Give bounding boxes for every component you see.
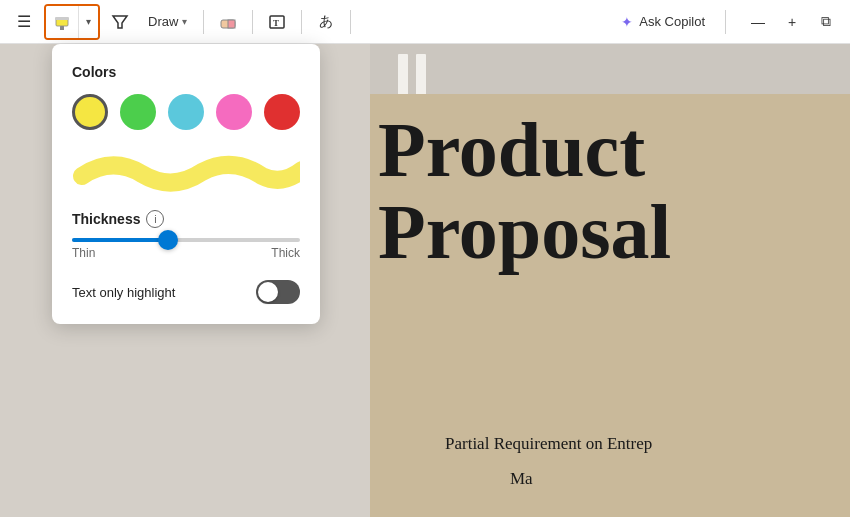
highlighter-dropdown-button[interactable]: ▾ bbox=[78, 6, 98, 38]
colors-row bbox=[72, 94, 300, 130]
slider-track bbox=[72, 238, 300, 242]
toolbar: ☰ ▾ Draw ▾ bbox=[0, 0, 850, 44]
translate-icon: あ bbox=[319, 13, 333, 31]
color-cyan-button[interactable] bbox=[168, 94, 204, 130]
restore-button[interactable]: ⧉ bbox=[810, 6, 842, 38]
separator-4 bbox=[350, 10, 351, 34]
maximize-icon: + bbox=[788, 14, 796, 30]
chevron-down-icon: ▾ bbox=[86, 16, 91, 27]
svg-rect-5 bbox=[228, 20, 235, 28]
toggle-knob bbox=[258, 282, 278, 302]
eraser-icon bbox=[219, 13, 237, 31]
slider-thick-label: Thick bbox=[271, 246, 300, 260]
highlighter-button-group: ▾ bbox=[44, 4, 100, 40]
draw-button[interactable]: Draw ▾ bbox=[140, 6, 195, 38]
doc-title-line1: Product bbox=[378, 109, 671, 191]
slider-container bbox=[72, 238, 300, 242]
separator-2 bbox=[252, 10, 253, 34]
highlighter-icon bbox=[52, 12, 72, 32]
svg-rect-1 bbox=[60, 26, 64, 30]
thickness-row: Thickness i bbox=[72, 210, 300, 228]
svg-rect-2 bbox=[55, 17, 69, 20]
doc-sub2: Ma bbox=[510, 469, 533, 489]
highlighter-main-button[interactable] bbox=[46, 6, 78, 38]
textbox-icon: T bbox=[268, 13, 286, 31]
doc-title-area: Product Proposal bbox=[378, 109, 671, 273]
draw-label: Draw bbox=[148, 14, 178, 29]
translate-button[interactable]: あ bbox=[310, 6, 342, 38]
textbox-button[interactable]: T bbox=[261, 6, 293, 38]
highlighter-dropdown-panel: Colors Thickness i Thin Thick Text only … bbox=[52, 44, 320, 324]
menu-button[interactable]: ☰ bbox=[8, 6, 40, 38]
colors-section-title: Colors bbox=[72, 64, 300, 80]
stroke-preview bbox=[72, 146, 300, 194]
toggle-label: Text only highlight bbox=[72, 285, 175, 300]
thickness-info-icon[interactable]: i bbox=[146, 210, 164, 228]
toggle-row: Text only highlight bbox=[72, 280, 300, 304]
copilot-label: Ask Copilot bbox=[639, 14, 705, 29]
slider-labels: Thin Thick bbox=[72, 246, 300, 260]
filter-icon bbox=[111, 13, 129, 31]
color-green-button[interactable] bbox=[120, 94, 156, 130]
maximize-button[interactable]: + bbox=[776, 6, 808, 38]
stroke-preview-svg bbox=[72, 146, 300, 194]
slider-thumb[interactable] bbox=[158, 230, 178, 250]
minimize-icon: — bbox=[751, 14, 765, 30]
thickness-label: Thickness bbox=[72, 211, 140, 227]
draw-chevron: ▾ bbox=[182, 16, 187, 27]
text-only-highlight-toggle[interactable] bbox=[256, 280, 300, 304]
minimize-button[interactable]: — bbox=[742, 6, 774, 38]
eraser-button[interactable] bbox=[212, 6, 244, 38]
svg-text:T: T bbox=[273, 18, 279, 28]
restore-icon: ⧉ bbox=[821, 13, 831, 30]
hamburger-icon: ☰ bbox=[17, 12, 31, 31]
window-controls: — + ⧉ bbox=[742, 6, 842, 38]
separator-1 bbox=[203, 10, 204, 34]
separator-3 bbox=[301, 10, 302, 34]
color-yellow-button[interactable] bbox=[72, 94, 108, 130]
filter-button[interactable] bbox=[104, 6, 136, 38]
slider-thin-label: Thin bbox=[72, 246, 95, 260]
separator-5 bbox=[725, 10, 726, 34]
copilot-button[interactable]: ✦ Ask Copilot bbox=[609, 6, 717, 38]
color-pink-button[interactable] bbox=[216, 94, 252, 130]
svg-marker-3 bbox=[113, 16, 127, 28]
slider-fill bbox=[72, 238, 168, 242]
color-red-button[interactable] bbox=[264, 94, 300, 130]
doc-title-line2: Proposal bbox=[378, 191, 671, 273]
doc-subtitle: Partial Requirement on Entrep bbox=[445, 434, 652, 454]
copilot-icon: ✦ bbox=[621, 14, 633, 30]
